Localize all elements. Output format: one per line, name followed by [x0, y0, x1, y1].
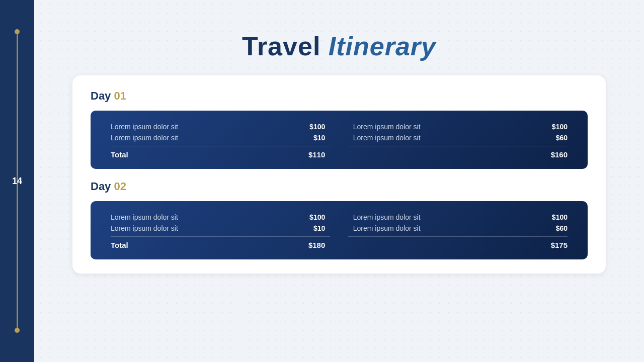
row-desc2: Lorem ipsum dolor sit [343, 213, 514, 221]
divider [111, 236, 568, 237]
row-desc2: Lorem ipsum dolor sit [343, 123, 514, 131]
row-desc: Lorem ipsum dolor sit [111, 134, 272, 142]
row-amount2: $60 [514, 224, 568, 232]
page-title: Travel Itinerary [242, 31, 436, 61]
sidebar-dot-bottom [15, 328, 20, 333]
row-amount: $10 [272, 224, 326, 232]
table-row: Lorem ipsum dolor sit $100 Lorem ipsum d… [111, 213, 568, 221]
row-amount2: $100 [514, 123, 568, 131]
sidebar-dot-top [15, 29, 20, 34]
day-02-number: 02 [114, 180, 126, 193]
day-02-text: Day [91, 180, 114, 193]
itinerary-card: Day 01 Lorem ipsum dolor sit $100 Lorem … [72, 75, 606, 274]
day-02-table: Lorem ipsum dolor sit $100 Lorem ipsum d… [91, 201, 588, 259]
row-desc: Lorem ipsum dolor sit [111, 123, 272, 131]
total-amount2: $175 [514, 241, 568, 249]
total-label: Total [111, 150, 272, 159]
table-row: Lorem ipsum dolor sit $10 Lorem ipsum do… [111, 134, 568, 142]
day-01-label: Day 01 [91, 89, 588, 103]
row-amount: $100 [272, 213, 326, 221]
row-amount2: $60 [514, 134, 568, 142]
slide-number: 14 [12, 176, 22, 187]
row-amount2: $100 [514, 213, 568, 221]
title-part1: Travel [242, 32, 329, 61]
total-row: Total $110 $160 [111, 150, 568, 159]
row-amount: $100 [272, 123, 326, 131]
total-amount2: $160 [514, 150, 568, 159]
total-label: Total [111, 241, 272, 249]
table-row: Lorem ipsum dolor sit $10 Lorem ipsum do… [111, 224, 568, 232]
row-desc2: Lorem ipsum dolor sit [343, 134, 514, 142]
day-01-table: Lorem ipsum dolor sit $100 Lorem ipsum d… [91, 111, 588, 169]
day-02-label: Day 02 [91, 180, 588, 193]
row-desc: Lorem ipsum dolor sit [111, 224, 272, 232]
row-amount: $10 [272, 134, 326, 142]
total-row: Total $180 $175 [111, 241, 568, 249]
main-content: Travel Itinerary Day 01 Lorem ipsum dolo… [34, 0, 644, 362]
total-amount: $110 [272, 150, 326, 159]
day-01-text: Day [91, 89, 114, 102]
day-01-number: 01 [114, 89, 126, 102]
table-row: Lorem ipsum dolor sit $100 Lorem ipsum d… [111, 123, 568, 131]
sidebar: 14 [0, 0, 34, 362]
row-desc2: Lorem ipsum dolor sit [343, 224, 514, 232]
title-part2: Itinerary [329, 32, 436, 61]
row-desc: Lorem ipsum dolor sit [111, 213, 272, 221]
divider [111, 146, 568, 146]
total-amount: $180 [272, 241, 326, 249]
